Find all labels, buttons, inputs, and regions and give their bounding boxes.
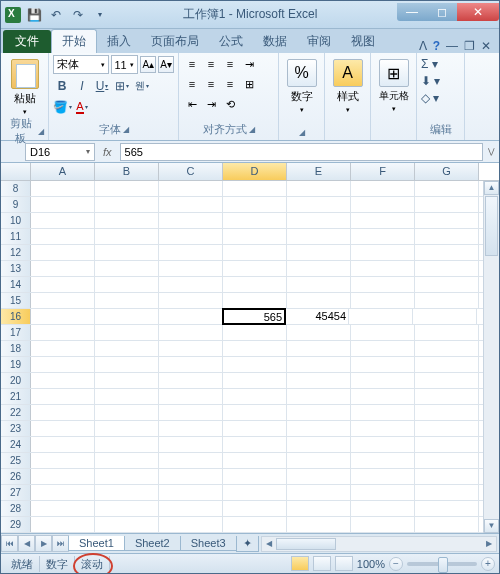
scroll-thumb[interactable] — [485, 196, 498, 256]
cell[interactable] — [31, 357, 95, 372]
align-middle-button[interactable]: ≡ — [202, 55, 220, 73]
cell[interactable] — [287, 389, 351, 404]
doc-close-icon[interactable]: ✕ — [481, 39, 491, 53]
cell[interactable] — [351, 197, 415, 212]
new-sheet-button[interactable]: ✦ — [236, 536, 259, 552]
cell[interactable] — [351, 245, 415, 260]
cell[interactable] — [223, 357, 287, 372]
align-top-button[interactable]: ≡ — [183, 55, 201, 73]
cell[interactable] — [95, 469, 159, 484]
column-header[interactable]: C — [159, 163, 223, 180]
row-header[interactable]: 25 — [1, 453, 31, 468]
cell[interactable] — [31, 293, 95, 308]
scroll-left-icon[interactable]: ◀ — [262, 539, 276, 548]
wrap-text-button[interactable]: ⇥ — [240, 55, 258, 73]
cell[interactable] — [349, 309, 413, 324]
view-pagebreak-button[interactable] — [335, 556, 353, 571]
sheet-tab-2[interactable]: Sheet2 — [124, 536, 181, 551]
cell[interactable]: 45454 — [285, 309, 349, 324]
cell[interactable] — [159, 197, 223, 212]
cell[interactable] — [31, 421, 95, 436]
sheet-nav-last[interactable]: ⏭ — [52, 535, 69, 552]
cell[interactable] — [223, 181, 287, 196]
font-size-select[interactable]: 11▾ — [111, 55, 139, 74]
cell[interactable] — [31, 229, 95, 244]
column-header[interactable]: D — [223, 163, 287, 180]
cell[interactable] — [159, 373, 223, 388]
cell[interactable] — [415, 389, 479, 404]
cell[interactable] — [287, 181, 351, 196]
italic-button[interactable]: I — [73, 76, 91, 95]
cell[interactable] — [31, 197, 95, 212]
border-button[interactable]: ⊞ — [113, 76, 131, 95]
sheet-nav-prev[interactable]: ◀ — [18, 535, 35, 552]
number-format-button[interactable]: % 数字 ▾ — [283, 55, 320, 114]
help-icon[interactable]: ? — [433, 39, 440, 53]
cell[interactable] — [159, 277, 223, 292]
cell[interactable] — [415, 293, 479, 308]
row-header[interactable]: 28 — [1, 501, 31, 516]
formula-input[interactable]: 565 — [120, 143, 483, 161]
cell[interactable] — [351, 357, 415, 372]
zoom-out-button[interactable]: − — [389, 557, 403, 571]
zoom-level[interactable]: 100% — [357, 558, 385, 570]
column-header[interactable]: F — [351, 163, 415, 180]
column-header[interactable]: A — [31, 163, 95, 180]
cell[interactable] — [287, 485, 351, 500]
tab-review[interactable]: 审阅 — [297, 30, 341, 53]
cell[interactable] — [159, 229, 223, 244]
cell[interactable] — [159, 389, 223, 404]
cell[interactable] — [31, 309, 95, 324]
align-center-button[interactable]: ≡ — [202, 75, 220, 93]
cell[interactable] — [31, 469, 95, 484]
minimize-button[interactable]: — — [397, 3, 427, 21]
phonetic-button[interactable]: 웬 — [133, 76, 151, 95]
cell[interactable] — [351, 437, 415, 452]
undo-icon[interactable]: ↶ — [47, 6, 65, 24]
cell[interactable] — [31, 325, 95, 340]
cell[interactable] — [159, 341, 223, 356]
cell[interactable] — [95, 389, 159, 404]
cell[interactable] — [415, 277, 479, 292]
cell[interactable] — [287, 277, 351, 292]
cell[interactable] — [413, 309, 477, 324]
cell[interactable] — [351, 405, 415, 420]
cell[interactable] — [415, 341, 479, 356]
cell[interactable] — [223, 421, 287, 436]
cell[interactable] — [351, 341, 415, 356]
row-header[interactable]: 20 — [1, 373, 31, 388]
row-header[interactable]: 14 — [1, 277, 31, 292]
autosum-button[interactable]: Σ ▾ — [421, 57, 460, 71]
cell[interactable] — [351, 229, 415, 244]
cell[interactable] — [159, 213, 223, 228]
cell[interactable] — [415, 197, 479, 212]
tab-view[interactable]: 视图 — [341, 30, 385, 53]
cell[interactable] — [287, 341, 351, 356]
cell[interactable] — [31, 485, 95, 500]
cell[interactable] — [159, 245, 223, 260]
sheet-nav-first[interactable]: ⏮ — [1, 535, 18, 552]
align-right-button[interactable]: ≡ — [221, 75, 239, 93]
row-header[interactable]: 8 — [1, 181, 31, 196]
cell[interactable] — [31, 405, 95, 420]
tab-formulas[interactable]: 公式 — [209, 30, 253, 53]
grow-font-button[interactable]: A▴ — [140, 56, 156, 73]
row-header[interactable]: 11 — [1, 229, 31, 244]
cell[interactable] — [223, 485, 287, 500]
hscroll-thumb[interactable] — [276, 538, 336, 550]
cell[interactable] — [287, 261, 351, 276]
maximize-button[interactable]: ◻ — [427, 3, 457, 21]
cell[interactable] — [351, 453, 415, 468]
cell[interactable] — [415, 485, 479, 500]
cell[interactable] — [159, 469, 223, 484]
cell[interactable] — [415, 501, 479, 516]
cell[interactable] — [95, 261, 159, 276]
cell[interactable] — [223, 293, 287, 308]
cell[interactable] — [95, 453, 159, 468]
tab-file[interactable]: 文件 — [3, 30, 51, 53]
cell[interactable] — [287, 293, 351, 308]
view-normal-button[interactable] — [291, 556, 309, 571]
cell[interactable] — [95, 213, 159, 228]
cell[interactable] — [95, 501, 159, 516]
cell[interactable] — [287, 437, 351, 452]
